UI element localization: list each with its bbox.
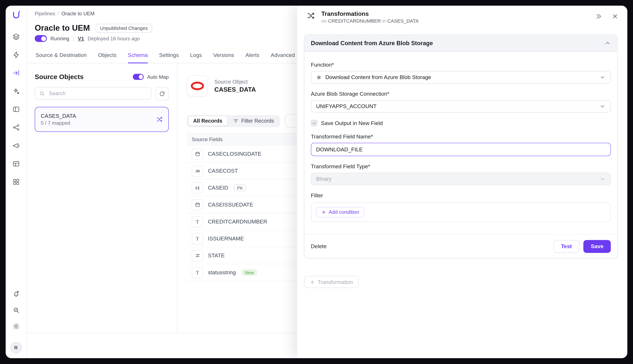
field-name: STATE bbox=[208, 252, 225, 259]
pk-badge: PK bbox=[234, 184, 246, 191]
object-title: CASES_DATA bbox=[214, 86, 256, 93]
text-icon: T bbox=[192, 216, 203, 227]
bell-icon[interactable] bbox=[12, 290, 20, 298]
zap-icon[interactable] bbox=[12, 51, 20, 58]
tab-advanced[interactable]: Advanced bbox=[271, 52, 295, 63]
field-type-select[interactable]: Binary bbox=[311, 173, 611, 185]
add-condition-label: Add condition bbox=[329, 210, 359, 215]
tab-logs[interactable]: Logs bbox=[190, 52, 202, 63]
divider: | bbox=[73, 36, 74, 41]
plus-icon bbox=[321, 210, 326, 214]
text-icon: T bbox=[192, 233, 203, 244]
user-avatar[interactable]: R bbox=[10, 342, 22, 353]
field-name: CASEISSUEDATE bbox=[208, 202, 253, 208]
connection-label: Azure Blob Storage Connection* bbox=[311, 91, 611, 97]
subtitle-on: on bbox=[321, 18, 327, 24]
tab-alerts[interactable]: Alerts bbox=[245, 52, 259, 63]
field-name-input[interactable] bbox=[311, 143, 611, 156]
new-badge: New bbox=[241, 269, 257, 276]
delete-button[interactable]: Delete bbox=[311, 243, 327, 250]
sidebar: R bbox=[6, 6, 27, 358]
stage: R Pipelines / Oracle to UEM Oracle to UE… bbox=[0, 0, 633, 364]
auto-map-label: Auto Map bbox=[147, 74, 169, 80]
add-condition-button[interactable]: Add condition bbox=[316, 207, 365, 218]
object-type-label: Source Object bbox=[214, 79, 256, 85]
oracle-logo bbox=[187, 76, 208, 96]
panel-icon[interactable] bbox=[12, 106, 20, 113]
save-output-checkbox[interactable] bbox=[311, 120, 317, 126]
unpublished-changes-badge: Unpublished Changes bbox=[96, 24, 152, 32]
subtitle-field: CREDITCARDNUMBER bbox=[328, 18, 381, 24]
version-link[interactable]: V1 bbox=[78, 36, 84, 41]
refresh-button[interactable] bbox=[156, 87, 169, 100]
add-transformation-label: Transformation bbox=[318, 279, 353, 285]
tab-versions[interactable]: Versions bbox=[213, 52, 234, 63]
field-name: CASECOST bbox=[208, 168, 238, 174]
source-objects-title: Source Objects bbox=[35, 73, 84, 81]
save-button[interactable]: Save bbox=[584, 240, 611, 253]
filter-label: Filter bbox=[311, 192, 611, 198]
running-toggle[interactable] bbox=[35, 35, 47, 42]
tab-source-destination[interactable]: Source & Destination bbox=[36, 52, 87, 63]
subtitle-in: in bbox=[382, 18, 386, 24]
expand-drawer-icon[interactable] bbox=[595, 13, 602, 20]
text-icon: T bbox=[192, 267, 203, 278]
search-icon bbox=[39, 90, 45, 96]
grid-icon[interactable] bbox=[12, 178, 20, 186]
gear-icon[interactable] bbox=[12, 323, 20, 330]
field-name: statusstring bbox=[208, 270, 236, 276]
test-button[interactable]: Test bbox=[553, 240, 579, 253]
drawer-title: Transformations bbox=[321, 10, 595, 17]
subtitle-object: CASES_DATA bbox=[387, 18, 419, 24]
field-name: CASEID bbox=[208, 185, 228, 191]
transformations-drawer: Transformations on CREDITCARDNUMBER in C… bbox=[297, 6, 627, 358]
auto-map-toggle[interactable] bbox=[133, 74, 144, 80]
filter-records-label: Filter Records bbox=[241, 118, 274, 124]
auto-map: Auto Map bbox=[133, 74, 169, 80]
calendar-icon bbox=[192, 148, 203, 160]
audit-search-icon[interactable] bbox=[12, 306, 20, 314]
pipelines-icon[interactable] bbox=[12, 70, 20, 77]
tab-objects[interactable]: Objects bbox=[98, 52, 116, 63]
layers-icon[interactable] bbox=[12, 33, 20, 40]
close-icon[interactable] bbox=[612, 13, 619, 20]
connection-value: UNIFYAPPS_ACCOUNT bbox=[316, 103, 596, 110]
megaphone-icon[interactable] bbox=[12, 142, 20, 149]
card-header[interactable]: Download Content from Azure Blob Storage bbox=[304, 35, 617, 52]
field-name: CREDITCARDNUMBER bbox=[208, 219, 267, 225]
refresh-icon bbox=[159, 91, 165, 97]
all-records-tab[interactable]: All Records bbox=[188, 116, 228, 126]
unifyapps-logo[interactable] bbox=[10, 10, 22, 21]
function-value: Download Content from Azure Blob Storage bbox=[325, 74, 596, 80]
tab-settings[interactable]: Settings bbox=[159, 52, 179, 63]
filter-records-tab[interactable]: Filter Records bbox=[227, 116, 279, 126]
tab-schema[interactable]: Schema bbox=[128, 52, 148, 64]
drawer-subtitle: on CREDITCARDNUMBER in CASES_DATA bbox=[321, 18, 595, 24]
network-icon[interactable] bbox=[12, 124, 20, 131]
running-label: Running bbox=[51, 36, 69, 41]
add-transformation-button[interactable]: Transformation bbox=[304, 276, 359, 288]
shuffle-icon bbox=[307, 12, 315, 20]
app-window: R Pipelines / Oracle to UEM Oracle to UE… bbox=[6, 6, 627, 358]
function-select[interactable]: Download Content from Azure Blob Storage bbox=[311, 71, 611, 84]
chevron-down-icon bbox=[599, 74, 606, 80]
source-object-card[interactable]: CASES_DATA 5 / 7 mapped bbox=[35, 107, 169, 132]
sidebar-bottom: R bbox=[10, 290, 22, 353]
search-input[interactable] bbox=[48, 90, 147, 97]
card-body: Function* Download Content from Azure Bl… bbox=[304, 52, 617, 234]
function-icon bbox=[316, 74, 322, 80]
page-title: Oracle to UEM bbox=[35, 24, 90, 33]
sparkles-icon[interactable] bbox=[12, 88, 20, 95]
breadcrumb-separator: / bbox=[58, 11, 59, 16]
breadcrumb-pipelines[interactable]: Pipelines bbox=[35, 11, 55, 16]
chevron-down-icon bbox=[599, 103, 606, 110]
card-title: Download Content from Azure Blob Storage bbox=[311, 40, 433, 46]
card-footer: Delete Test Save bbox=[304, 234, 617, 258]
connection-select[interactable]: UNIFYAPPS_ACCOUNT bbox=[311, 100, 611, 112]
search-box bbox=[35, 87, 151, 100]
state-icon bbox=[192, 250, 203, 261]
table-icon[interactable] bbox=[12, 160, 20, 168]
chevron-down-icon bbox=[599, 176, 606, 182]
field-name-label: Transformed Field Name* bbox=[311, 134, 611, 140]
filter-box: Add condition bbox=[311, 202, 611, 222]
